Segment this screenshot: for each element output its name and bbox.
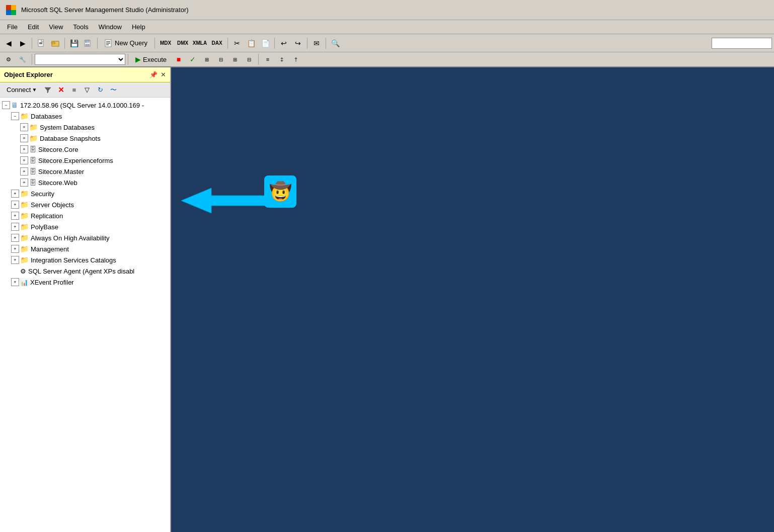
management-expand-btn[interactable]: + (11, 245, 19, 253)
oe-refresh-button[interactable]: ↻ (95, 84, 106, 96)
sitecore-core-expand-btn[interactable]: + (20, 145, 28, 153)
new-query-button[interactable]: New Query (100, 37, 152, 50)
mdx-button[interactable]: MDX (158, 37, 174, 50)
parse-button[interactable]: ⊞ (200, 53, 213, 66)
databases-label: Databases (31, 113, 62, 120)
forward-button[interactable]: ▶ (16, 37, 29, 50)
tree-db-snapshots-node[interactable]: + 📁 Database Snapshots (0, 133, 170, 144)
tree-sitecore-web-node[interactable]: + 🗄 Sitecore.Web (0, 177, 170, 188)
databases-expand-btn[interactable]: − (11, 112, 19, 120)
xmla-button[interactable]: XMLA (192, 37, 208, 50)
execute-button[interactable]: ▶ Execute (131, 53, 171, 65)
menu-file[interactable]: File (2, 21, 23, 33)
tree-integration-services-node[interactable]: + 📁 Integration Services Catalogs (0, 254, 170, 265)
server-objects-icon: 📁 (20, 201, 29, 209)
check-button[interactable]: ✓ (186, 53, 199, 66)
svg-rect-11 (86, 41, 86, 43)
oe-filter2-button[interactable]: ▽ (82, 84, 93, 96)
tree-polybase-node[interactable]: + 📁 PolyBase (0, 221, 170, 232)
text-button[interactable]: ⊟ (243, 53, 256, 66)
replication-expand-btn[interactable]: + (11, 212, 19, 220)
dmx-button[interactable]: DMX (175, 37, 191, 50)
tree-system-databases-node[interactable]: + 📁 System Databases (0, 122, 170, 133)
svg-rect-12 (86, 44, 89, 46)
tree-always-on-node[interactable]: + 📁 Always On High Availability (0, 232, 170, 243)
oe-close-button[interactable]: ✕ (161, 71, 166, 78)
menu-view[interactable]: View (44, 21, 68, 33)
sitecore-core-label: Sitecore.Core (38, 146, 78, 153)
xevent-expand-btn[interactable]: + (11, 278, 19, 286)
menu-help[interactable]: Help (127, 21, 150, 33)
oe-stop-button[interactable]: ■ (68, 84, 80, 96)
indent-button[interactable]: ≡ (261, 53, 274, 66)
svg-rect-8 (52, 42, 55, 44)
security-expand-btn[interactable]: + (11, 190, 19, 198)
sitecore-expforms-expand-btn[interactable]: + (20, 156, 28, 164)
polybase-expand-btn[interactable]: + (11, 223, 19, 231)
database-selector[interactable] (35, 54, 125, 65)
comment-button[interactable]: ‡ (275, 53, 288, 66)
object-explorer-toolbar: Connect ▼ ✕ ■ ▽ ↻ 〜 (0, 82, 170, 98)
menu-tools[interactable]: Tools (68, 21, 93, 33)
toolbar-sep-4 (154, 38, 155, 49)
oe-pin-button[interactable]: 📌 (149, 71, 158, 78)
sitecore-web-expand-btn[interactable]: + (20, 179, 28, 187)
tree-sitecore-core-node[interactable]: + 🗄 Sitecore.Core (0, 144, 170, 155)
tree-sitecore-expforms-node[interactable]: + 🗄 Sitecore.Experienceforms (0, 155, 170, 166)
oe-filter-button[interactable] (42, 84, 53, 96)
sitecore-expforms-label: Sitecore.Experienceforms (38, 157, 113, 164)
toolbar-sep-5 (227, 38, 228, 49)
dax-button[interactable]: DAX (209, 37, 225, 50)
server-objects-expand-btn[interactable]: + (11, 201, 19, 209)
redo-button[interactable]: ↪ (291, 37, 304, 50)
search-toolbar-button[interactable]: 🔍 (329, 37, 342, 50)
new-file-button[interactable] (35, 37, 48, 50)
always-on-expand-btn[interactable]: + (11, 234, 19, 242)
tree-replication-node[interactable]: + 📁 Replication (0, 210, 170, 221)
tree-management-node[interactable]: + 📁 Management (0, 243, 170, 254)
tree-xevent-node[interactable]: + 📊 XEvent Profiler (0, 277, 170, 288)
filter-button[interactable]: 🔧 (16, 53, 29, 66)
integration-services-expand-btn[interactable]: + (11, 256, 19, 264)
cut-button[interactable]: ✂ (230, 37, 244, 50)
system-db-expand-btn[interactable]: + (20, 123, 28, 131)
oe-disconnect-button[interactable]: ✕ (55, 84, 66, 96)
search-input[interactable] (712, 38, 772, 49)
undo-button[interactable]: ↩ (277, 37, 290, 50)
databases-folder-icon: 📁 (20, 112, 29, 120)
menu-window[interactable]: Window (94, 21, 127, 33)
open-button[interactable] (49, 37, 62, 50)
connect-button[interactable]: Connect ▼ (3, 84, 40, 96)
back-button[interactable]: ◀ (2, 37, 15, 50)
menu-edit[interactable]: Edit (23, 21, 44, 33)
tree-security-node[interactable]: + 📁 Security (0, 188, 170, 199)
tree-databases-node[interactable]: − 📁 Databases (0, 111, 170, 122)
cowboy-emoji: 🤠 (269, 181, 292, 202)
server-expand-btn[interactable]: − (2, 101, 10, 109)
polybase-label: PolyBase (31, 223, 58, 231)
debug-button[interactable]: ⚙ (2, 53, 15, 66)
replication-icon: 📁 (20, 212, 29, 220)
tree-sitecore-master-node[interactable]: + 🗄 Sitecore.Master (0, 166, 170, 177)
mail-button[interactable]: ✉ (310, 37, 323, 50)
replication-label: Replication (31, 212, 63, 220)
toolbar-sep-2 (64, 38, 65, 49)
uncomment-button[interactable]: † (289, 53, 302, 66)
tree-sql-agent-node[interactable]: ⚙ SQL Server Agent (Agent XPs disabl (0, 265, 170, 277)
oe-activity-button[interactable]: 〜 (108, 84, 119, 96)
paste-button[interactable]: 📄 (259, 37, 272, 50)
copy-button[interactable]: 📋 (245, 37, 258, 50)
grid-button[interactable]: ⊞ (228, 53, 242, 66)
stop-button[interactable]: ■ (172, 53, 185, 66)
tree-server-node[interactable]: − 🖥 172.20.58.96 (SQL Server 14.0.1000.1… (0, 100, 170, 111)
db-snapshots-expand-btn[interactable]: + (20, 134, 28, 142)
sitecore-master-expand-btn[interactable]: + (20, 167, 28, 175)
save-button[interactable]: 💾 (67, 37, 81, 50)
results-button[interactable]: ⊟ (214, 53, 227, 66)
always-on-label: Always On High Availability (31, 234, 110, 242)
server-label: 172.20.58.96 (SQL Server 14.0.1000.169 - (20, 102, 144, 109)
save-all-button[interactable] (82, 37, 95, 50)
object-explorer-tree: − 🖥 172.20.58.96 (SQL Server 14.0.1000.1… (0, 98, 170, 532)
system-databases-label: System Databases (40, 124, 95, 131)
tree-server-objects-node[interactable]: + 📁 Server Objects (0, 199, 170, 210)
